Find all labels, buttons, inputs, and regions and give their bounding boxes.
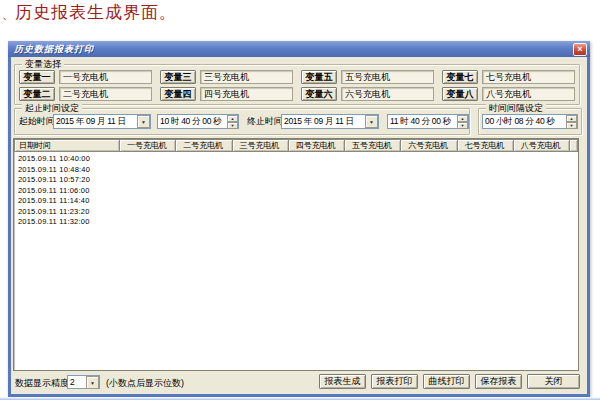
variable-cell-2: 变量二 二号充电机: [19, 87, 152, 101]
interval-value: 00 小时 08 分 40 秒: [483, 116, 566, 128]
precision-select[interactable]: 2 ▼: [67, 375, 100, 389]
table-row[interactable]: 2015.09.11 10:57:20: [18, 175, 578, 186]
variable-6-field[interactable]: 六号充电机: [341, 87, 434, 101]
variable-cell-7: 变量七 七号充电机: [442, 70, 575, 84]
interval-caption: 时间间隔设定: [486, 103, 546, 114]
report-data-table[interactable]: 日期时间 一号充电机 二号充电机 三号充电机 四号充电机 五号充电机 六号充电机…: [13, 138, 579, 371]
table-row[interactable]: 2015.09.11 10:48:40: [18, 165, 578, 176]
end-time-label: 终止时间: [247, 115, 281, 128]
precision-value: 2: [68, 377, 86, 387]
variable-8-field[interactable]: 八号充电机: [482, 87, 575, 101]
variable-3-button[interactable]: 变量三: [160, 70, 196, 84]
interval-row: 00 小时 08 分 40 秒 ▲ ▼: [482, 114, 578, 129]
column-header-charger-5[interactable]: 五号充电机: [345, 139, 401, 152]
print-curve-button[interactable]: 曲线打印: [423, 374, 470, 389]
action-buttons: 报表生成 报表打印 曲线打印 保存报表 关闭: [319, 374, 580, 389]
time-range-group: 起止时间设定 起始时间 2015 年 09 月 11 日 ▼ 10 时 40 分…: [14, 108, 470, 135]
time-range-caption: 起止时间设定: [22, 103, 82, 114]
chevron-down-icon[interactable]: ▼: [365, 115, 378, 128]
save-report-button[interactable]: 保存报表: [475, 374, 522, 389]
spin-down-icon[interactable]: ▼: [227, 122, 238, 129]
variable-cell-3: 变量三 三号充电机: [160, 70, 293, 84]
column-header-charger-8[interactable]: 八号充电机: [514, 139, 570, 152]
end-date-value: 2015 年 09 月 11 日: [282, 116, 365, 128]
start-time-spinner[interactable]: 10 时 40 分 00 秒 ▲ ▼: [157, 114, 239, 129]
variable-4-button[interactable]: 变量四: [160, 87, 196, 101]
variable-selection-group: 变量选择 变量一 一号充电机 变量二 二号充电机 变量三 三号充电机 变量四 四…: [14, 64, 580, 105]
column-header-datetime[interactable]: 日期时间: [14, 139, 120, 152]
heading-prefix: 、: [2, 7, 15, 21]
start-date-select[interactable]: 2015 年 09 月 11 日 ▼: [53, 114, 151, 129]
table-row[interactable]: 2015.09.11 11:14:40: [18, 196, 578, 207]
time-range-row: 起始时间 2015 年 09 月 11 日 ▼ 10 时 40 分 00 秒 ▲…: [19, 114, 469, 129]
variable-3-field[interactable]: 三号充电机: [200, 70, 293, 84]
variable-1-field[interactable]: 一号充电机: [59, 70, 152, 84]
chevron-down-icon[interactable]: ▼: [137, 115, 150, 128]
variable-6-button[interactable]: 变量六: [301, 87, 337, 101]
variable-cell-8: 变量八 八号充电机: [442, 87, 575, 101]
report-print-dialog: 历史数据报表打印 × 变量选择 变量一 一号充电机 变量二 二号充电机 变量三 …: [8, 41, 590, 397]
table-row[interactable]: 2015.09.11 11:23:20: [18, 207, 578, 218]
variable-cell-6: 变量六 六号充电机: [301, 87, 434, 101]
start-time-value: 10 时 40 分 00 秒: [158, 116, 227, 128]
variable-cell-1: 变量一 一号充电机: [19, 70, 152, 84]
variable-7-button[interactable]: 变量七: [442, 70, 478, 84]
end-time-value: 11 时 40 分 00 秒: [388, 116, 457, 128]
spin-down-icon[interactable]: ▼: [566, 122, 577, 129]
column-header-charger-7[interactable]: 七号充电机: [458, 139, 514, 152]
titlebar[interactable]: 历史数据报表打印 ×: [8, 41, 590, 57]
close-button[interactable]: 关闭: [527, 374, 580, 389]
table-row[interactable]: 2015.09.11 10:40:00: [18, 154, 578, 165]
spin-up-icon[interactable]: ▲: [227, 115, 238, 122]
variable-selection-caption: 变量选择: [22, 59, 64, 70]
spin-down-icon[interactable]: ▼: [457, 122, 468, 129]
variable-grid: 变量一 一号充电机 变量二 二号充电机 变量三 三号充电机 变量四 四号充电机 …: [19, 70, 575, 101]
column-header-charger-3[interactable]: 三号充电机: [233, 139, 289, 152]
close-icon[interactable]: ×: [573, 43, 587, 56]
variable-cell-5: 变量五 五号充电机: [301, 70, 434, 84]
precision-label: 数据显示精度: [15, 377, 69, 390]
table-row[interactable]: 2015.09.11 11:06:00: [18, 186, 578, 197]
end-time-spinner[interactable]: 11 时 40 分 00 秒 ▲ ▼: [387, 114, 469, 129]
interval-spinner[interactable]: 00 小时 08 分 40 秒 ▲ ▼: [482, 114, 578, 129]
column-header-filler: [570, 139, 578, 152]
variable-5-button[interactable]: 变量五: [301, 70, 337, 84]
table-header: 日期时间 一号充电机 二号充电机 三号充电机 四号充电机 五号充电机 六号充电机…: [14, 139, 578, 152]
column-header-charger-2[interactable]: 二号充电机: [176, 139, 232, 152]
print-report-button[interactable]: 报表打印: [371, 374, 418, 389]
table-body: 2015.09.11 10:40:00 2015.09.11 10:48:40 …: [14, 152, 578, 228]
table-row[interactable]: 2015.09.11 11:32:00: [18, 217, 578, 228]
variable-8-button[interactable]: 变量八: [442, 87, 478, 101]
precision-hint: (小数点后显示位数): [106, 377, 184, 390]
dialog-client-area: 变量选择 变量一 一号充电机 变量二 二号充电机 变量三 三号充电机 变量四 四…: [11, 57, 587, 394]
interval-group: 时间间隔设定 00 小时 08 分 40 秒 ▲ ▼: [478, 108, 582, 135]
start-date-value: 2015 年 09 月 11 日: [54, 116, 137, 128]
variable-2-field[interactable]: 二号充电机: [59, 87, 152, 101]
variable-cell-4: 变量四 四号充电机: [160, 87, 293, 101]
window-title: 历史数据报表打印: [14, 43, 573, 56]
column-header-charger-6[interactable]: 六号充电机: [401, 139, 457, 152]
end-date-select[interactable]: 2015 年 09 月 11 日 ▼: [281, 114, 379, 129]
variable-1-button[interactable]: 变量一: [19, 70, 55, 84]
spin-up-icon[interactable]: ▲: [566, 115, 577, 122]
variable-7-field[interactable]: 七号充电机: [482, 70, 575, 84]
column-header-charger-4[interactable]: 四号充电机: [289, 139, 345, 152]
page-heading: 、历史报表生成界面。: [2, 1, 177, 24]
chevron-down-icon[interactable]: ▼: [86, 376, 99, 389]
footer-bar: 数据显示精度 2 ▼ (小数点后显示位数) 报表生成 报表打印 曲线打印 保存报…: [11, 374, 587, 390]
heading-text: 历史报表生成界面。: [15, 3, 177, 22]
spin-up-icon[interactable]: ▲: [457, 115, 468, 122]
variable-5-field[interactable]: 五号充电机: [341, 70, 434, 84]
variable-4-field[interactable]: 四号充电机: [200, 87, 293, 101]
variable-2-button[interactable]: 变量二: [19, 87, 55, 101]
column-header-charger-1[interactable]: 一号充电机: [120, 139, 176, 152]
generate-report-button[interactable]: 报表生成: [319, 374, 366, 389]
start-time-label: 起始时间: [19, 115, 53, 128]
